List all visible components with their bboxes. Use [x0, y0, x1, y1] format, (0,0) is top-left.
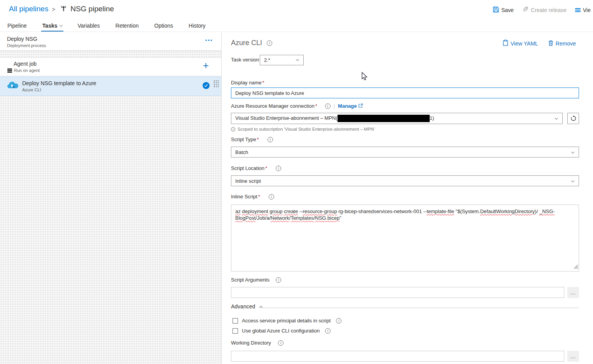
task-valid-check-icon — [203, 82, 210, 89]
task-panel-actions: View YAML Remove — [503, 40, 576, 47]
tab-bar: Pipeline Tasks Variables Retention Optio… — [0, 19, 593, 32]
task-panel-title: Azure CLI i — [231, 39, 272, 47]
resize-grip-icon[interactable] — [573, 264, 578, 271]
tab-retention[interactable]: Retention — [115, 19, 139, 32]
save-icon — [493, 7, 499, 14]
external-link-icon — [359, 103, 363, 109]
view-releases-button[interactable]: Vie — [575, 7, 593, 13]
azure-cli-task-icon — [7, 80, 19, 91]
breadcrumb-all-pipelines-link[interactable]: All pipelines — [9, 5, 48, 13]
info-icon[interactable]: i — [336, 318, 341, 324]
inline-script-label: Inline Script i — [231, 194, 274, 200]
scoped-note: i Scoped to subscription 'Visual Studio … — [231, 127, 375, 131]
tab-history[interactable]: History — [189, 19, 206, 32]
breadcrumb: All pipelines > NSG pipeline — [9, 5, 114, 13]
agent-job-subtitle: Run on agent — [14, 68, 40, 73]
working-directory-more-button[interactable]: ... — [567, 351, 579, 362]
tab-tasks[interactable]: Tasks — [42, 19, 62, 32]
section-divider — [260, 308, 579, 308]
chevron-down-icon — [296, 58, 299, 61]
create-release-button[interactable]: Create release — [522, 6, 567, 14]
list-icon — [575, 7, 581, 13]
task-item-selected[interactable]: Deploy NSG template to Azure Azure CLI — [0, 77, 221, 96]
global-cli-config-row: Use global Azure CLI configuration i — [233, 328, 331, 334]
script-location-label: Script Location i — [231, 165, 281, 171]
script-location-dropdown[interactable]: Inline script — [231, 175, 579, 186]
release-pipeline-icon — [60, 6, 67, 12]
view-yaml-button[interactable]: View YAML — [503, 40, 538, 47]
process-sidebar: Deploy NSG Deployment process ... Agent … — [0, 32, 222, 364]
agent-job-title: Agent job — [14, 61, 37, 67]
save-button[interactable]: Save — [493, 7, 514, 14]
clipboard-icon — [503, 40, 508, 47]
agent-job-row[interactable]: Agent job Run on agent + — [0, 58, 221, 76]
info-icon: i — [231, 127, 235, 131]
drag-handle[interactable] — [214, 80, 219, 87]
working-directory-label: Working Directory i — [231, 340, 283, 346]
access-sp-details-checkbox[interactable] — [233, 318, 238, 324]
working-directory-input[interactable] — [231, 351, 564, 362]
tab-options[interactable]: Options — [154, 19, 173, 32]
advanced-section-toggle[interactable]: Advanced — [231, 303, 262, 310]
display-name-input[interactable]: Deploy NSG template to Azure — [231, 88, 579, 98]
manage-connection-link[interactable]: Manage — [338, 103, 363, 109]
task-subtitle: Azure CLI — [22, 88, 41, 92]
info-icon[interactable]: i — [268, 137, 273, 142]
info-icon[interactable]: i — [276, 166, 281, 171]
info-icon[interactable]: i — [267, 40, 272, 46]
script-arguments-input[interactable] — [231, 287, 564, 298]
process-more-button[interactable]: ... — [205, 34, 213, 43]
tab-pipeline[interactable]: Pipeline — [7, 19, 27, 32]
info-icon[interactable]: i — [276, 277, 281, 283]
display-name-label: Display name — [231, 80, 264, 86]
global-cli-config-checkbox[interactable] — [233, 328, 238, 334]
inline-script-textarea[interactable]: az deployment group create --resource-gr… — [231, 205, 579, 271]
page-title: NSG pipeline — [70, 5, 114, 13]
arm-connection-label: Azure Resource Manager connection i | Ma… — [231, 103, 363, 109]
chevron-down-icon — [59, 23, 62, 26]
script-arguments-label: Script Arguments i — [231, 277, 281, 283]
info-icon[interactable]: i — [325, 103, 331, 109]
breadcrumb-separator: > — [52, 6, 55, 12]
access-sp-details-row: Access service principal details in scri… — [233, 318, 341, 324]
task-version-label: Task version — [231, 57, 259, 63]
info-icon[interactable]: i — [269, 194, 274, 200]
refresh-connections-button[interactable] — [567, 113, 579, 124]
arm-connection-dropdown[interactable]: Visual Studio Enterprise-abonnement – MP… — [231, 113, 563, 124]
trash-icon — [548, 40, 553, 47]
chevron-down-icon — [571, 179, 574, 182]
top-action-bar: Save Create release Vie — [493, 6, 593, 14]
task-config-panel: Azure CLI i View YAML Remove Task versio… — [222, 32, 593, 364]
script-type-dropdown[interactable]: Batch — [231, 147, 579, 158]
add-task-button[interactable]: + — [203, 60, 209, 70]
task-version-dropdown[interactable]: 2.* — [260, 55, 304, 65]
info-icon[interactable]: i — [325, 328, 331, 334]
info-icon[interactable]: i — [278, 340, 283, 346]
script-arguments-more-button[interactable]: ... — [567, 287, 579, 298]
server-icon — [7, 68, 12, 73]
remove-task-button[interactable]: Remove — [548, 40, 576, 47]
task-title: Deploy NSG template to Azure — [22, 80, 96, 86]
process-header: Deploy NSG Deployment process ... — [0, 32, 221, 51]
script-type-label: Script Type i — [231, 136, 273, 142]
redacted-subscription-id — [338, 115, 430, 122]
process-title: Deploy NSG — [7, 36, 37, 42]
chevron-down-icon — [571, 150, 574, 153]
tab-variables[interactable]: Variables — [78, 19, 100, 32]
chevron-down-icon — [555, 116, 558, 119]
rocket-icon — [522, 6, 528, 14]
process-subtitle: Deployment process — [7, 43, 46, 48]
release-pipeline-editor: All pipelines > NSG pipeline Save Create… — [0, 0, 593, 364]
